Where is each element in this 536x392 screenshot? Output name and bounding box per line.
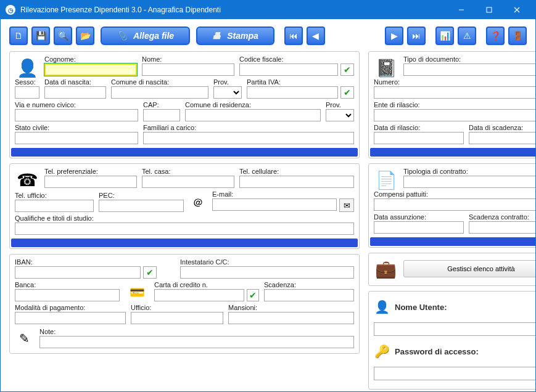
help-button[interactable]: ❓ [486,27,505,45]
email-input[interactable] [212,198,337,211]
label: Scadenza contratto: [469,213,536,221]
cc-input[interactable] [154,289,244,301]
ente-input[interactable] [374,109,536,121]
phone-icon: ☎ [15,168,39,192]
telpref-input[interactable] [44,176,137,188]
separator-bar [11,148,358,157]
first-record-button[interactable]: ⏮ [284,27,303,45]
activity-panel: 💼 Gestisci elenco attività [368,253,536,286]
next-record-button[interactable]: ▶ [385,27,403,45]
fc-input[interactable] [143,132,354,144]
toolbar: 🗋 💾 🔍 📂 📎 Allega file 🖶 Stampa ⏮ ◀ ▶ ⏭ 📊… [9,27,527,45]
int-input[interactable] [180,266,354,279]
label: Banca: [15,281,120,288]
nome-input[interactable] [142,63,234,76]
tipodoc-input[interactable] [403,63,536,76]
label: Prov. [213,78,242,86]
ds-input[interactable] [469,132,536,144]
minimize-button[interactable] [447,1,475,19]
mans-input[interactable] [228,312,354,324]
telcasa-input[interactable] [142,176,234,188]
cap-input[interactable] [143,109,180,121]
save-button[interactable]: 💾 [31,27,50,45]
printer-icon: 🖶 [212,31,221,41]
cn-input[interactable] [111,86,208,99]
last-record-button[interactable]: ⏭ [407,27,426,45]
search-button[interactable]: 🔍 [54,27,72,45]
da-input[interactable] [374,221,464,234]
numero-input[interactable] [374,86,536,99]
dn-input[interactable] [44,86,106,99]
label: Data di nascita: [44,78,106,86]
document-panel: 📓 Tipo di documento: Numero: Ente di ril… [368,51,536,158]
cards-icon: 💳 [125,283,149,301]
label: Comune di residenza: [185,101,321,108]
piva-check-icon[interactable]: ✔ [340,86,354,99]
scadcontr-input[interactable] [469,221,536,234]
cf-input[interactable] [239,63,338,76]
close-button[interactable] [503,1,530,19]
label: Data assunzione: [374,213,464,221]
telcell-input[interactable] [239,176,354,188]
pec-input[interactable] [99,200,184,212]
new-button[interactable]: 🗋 [9,27,28,45]
prov2-select[interactable] [326,109,354,121]
label: Data di scadenza: [469,124,536,131]
export-excel-button[interactable]: 📊 [435,27,454,45]
label: Tipologia di contratto: [403,168,536,175]
banca-input[interactable] [15,289,120,301]
username-input[interactable] [374,322,536,336]
label: Tipo di documento: [403,55,536,63]
password-input[interactable] [374,367,536,380]
teluff-input[interactable] [15,200,94,212]
print-button[interactable]: 🖶 Stampa [196,27,274,45]
piva-input[interactable] [247,86,338,99]
label: Nome Utente: [395,303,447,312]
scad-input[interactable] [264,289,354,301]
cr-input[interactable] [185,109,321,121]
cf-check-icon[interactable]: ✔ [340,63,354,76]
sesso-input[interactable] [15,86,39,99]
label: Mansioni: [228,304,354,311]
label: Note: [39,328,354,335]
uff-input[interactable] [131,312,223,324]
via-input[interactable] [15,109,138,121]
label: CAP: [143,101,180,108]
cognome-input[interactable] [44,63,137,76]
label: Password di accesso: [395,347,479,356]
label: Scadenza: [264,281,354,288]
person-icon: 👤 [15,55,39,80]
label: Comune di nascita: [111,78,208,86]
exit-button[interactable]: 🚪 [508,27,527,45]
mod-input[interactable] [15,312,126,324]
iban-input[interactable] [15,266,141,279]
manage-activities-button[interactable]: Gestisci elenco attività [403,260,536,277]
label: Codice fiscale: [239,55,354,63]
warning-button[interactable]: ⚠ [458,27,476,45]
personal-panel: 👤 Cognome: Nome: Codice fiscale: ✔ Sesso… [9,51,360,158]
at-icon: ＠ [189,194,207,212]
iban-check-icon[interactable]: ✔ [143,266,157,279]
label: IBAN: [15,258,157,266]
dr-input[interactable] [374,132,464,144]
label: Qualifiche e titoli di studio: [15,214,354,222]
cc-check-icon[interactable]: ✔ [247,289,259,301]
label: Intestatario C/C: [180,258,354,266]
attach-file-button[interactable]: 📎 Allega file [101,27,190,45]
label: Data di rilascio: [374,124,464,131]
attach-label: Allega file [133,31,174,41]
prov-select[interactable] [213,86,242,99]
compensi-input[interactable] [374,198,536,211]
maximize-button[interactable] [475,1,503,19]
qual-input[interactable] [15,223,354,235]
passport-icon: 📓 [374,55,398,80]
email-send-button[interactable]: ✉ [339,198,354,212]
note-input[interactable] [39,336,354,348]
bank-panel: IBAN: ✔ Intestatario C/C: Banca: 💳 Carta… [9,254,360,354]
separator-bar [370,237,536,246]
label: Via e numero civico: [15,101,138,108]
sc-input[interactable] [15,132,138,144]
prev-record-button[interactable]: ◀ [307,27,325,45]
open-button[interactable]: 📂 [76,27,94,45]
tipocontr-input[interactable] [403,176,536,188]
